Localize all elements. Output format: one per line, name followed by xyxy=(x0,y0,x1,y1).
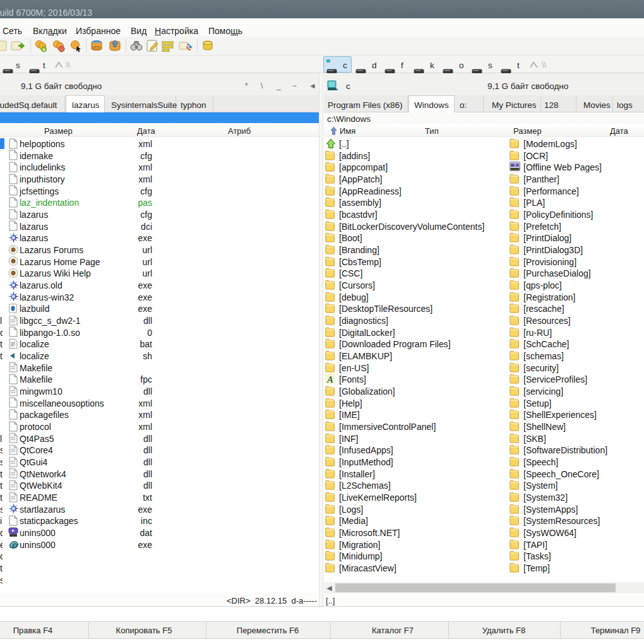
svg-text:o: o xyxy=(43,47,45,52)
svg-text:A: A xyxy=(326,374,333,384)
